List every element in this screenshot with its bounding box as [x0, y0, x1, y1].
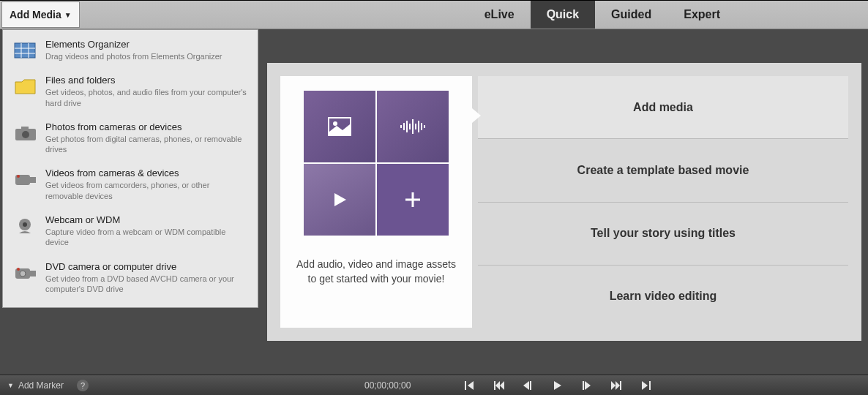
transport-controls [465, 381, 652, 390]
svg-rect-35 [649, 381, 651, 390]
svg-rect-31 [494, 381, 495, 390]
prev-clip-button[interactable] [494, 381, 506, 390]
svg-rect-32 [530, 381, 531, 390]
chevron-down-icon: ▼ [64, 11, 72, 19]
quick-options-list: Add media Create a template based movie … [472, 63, 861, 341]
thumb-audio [377, 91, 449, 162]
dropdown-item-files-folders[interactable]: Files and folders Get videos, photos, an… [3, 66, 258, 113]
svg-rect-33 [583, 381, 584, 390]
add-marker-label: Add Marker [18, 380, 64, 391]
folder-icon [13, 76, 38, 97]
dropdown-item-desc: Get photos from digital cameras, phones,… [45, 134, 247, 155]
svg-rect-9 [30, 177, 36, 183]
dropdown-item-title: DVD camera or computer drive [45, 261, 247, 272]
card-caption: Add audio, video and image assets to get… [296, 257, 456, 286]
option-learn[interactable]: Learn video editing [478, 265, 848, 328]
add-media-dropdown-button[interactable]: Add Media ▼ [1, 1, 80, 28]
svg-rect-30 [465, 381, 466, 390]
tab-expert[interactable]: Expert [667, 1, 736, 29]
play-button[interactable] [553, 381, 564, 390]
thumb-video [304, 164, 375, 236]
svg-rect-0 [15, 43, 35, 58]
help-icon[interactable]: ? [77, 380, 89, 391]
tab-quick[interactable]: Quick [531, 1, 595, 29]
camera-icon [13, 123, 38, 143]
add-media-dropdown-panel: Elements Organizer Drag videos and photo… [2, 29, 258, 308]
svg-point-12 [23, 222, 27, 227]
svg-point-15 [20, 271, 26, 276]
go-to-start-button[interactable] [465, 381, 476, 390]
playback-bar: ▼ Add Marker ? 00;00;00;00 [0, 375, 868, 395]
dropdown-item-desc: Get videos from camcorders, phones, or o… [45, 180, 247, 201]
svg-rect-34 [620, 381, 621, 390]
thumb-image [304, 91, 375, 162]
dropdown-item-desc: Get videos, photos, and audio files from… [45, 87, 247, 108]
dropdown-item-elements-organizer[interactable]: Elements Organizer Drag videos and photo… [3, 30, 258, 66]
step-back-button[interactable] [523, 381, 535, 390]
dropdown-item-title: Webcam or WDM [45, 214, 247, 225]
option-add-media[interactable]: Add media [478, 76, 848, 138]
tab-elive[interactable]: eLive [468, 1, 531, 29]
add-media-label: Add Media [10, 9, 61, 20]
svg-point-16 [17, 268, 20, 271]
dropdown-item-title: Videos from cameras & devices [45, 168, 247, 178]
thumb-add [377, 164, 449, 236]
go-to-end-button[interactable] [640, 381, 652, 390]
main-area: Elements Organizer Drag videos and photo… [0, 29, 868, 375]
top-toolbar: Add Media ▼ eLive Quick Guided Expert [0, 0, 868, 29]
quick-start-panel: Add audio, video and image assets to get… [267, 63, 861, 341]
chevron-down-icon: ▼ [7, 382, 14, 389]
dropdown-item-webcam[interactable]: Webcam or WDM Capture video from a webca… [3, 206, 258, 252]
dvd-camera-icon [13, 263, 38, 283]
add-marker-button[interactable]: ▼ Add Marker [7, 380, 64, 391]
camcorder-icon [13, 169, 38, 189]
add-media-card: Add audio, video and image assets to get… [280, 76, 472, 328]
dropdown-item-title: Elements Organizer [45, 39, 247, 50]
webcam-icon [13, 216, 38, 236]
dropdown-item-desc: Drag videos and photos from Elements Org… [45, 51, 247, 61]
dropdown-item-title: Photos from cameras or devices [45, 121, 247, 132]
dropdown-item-desc: Get video from a DVD based AVCHD camera … [45, 274, 247, 295]
media-thumbnail-grid [304, 91, 449, 236]
dropdown-item-videos-cameras[interactable]: Videos from cameras & devices Get videos… [3, 159, 258, 206]
svg-rect-7 [21, 127, 29, 129]
svg-point-6 [22, 131, 29, 138]
option-template-movie[interactable]: Create a template based movie [478, 138, 848, 201]
timecode-display: 00;00;00;00 [364, 380, 411, 391]
svg-rect-14 [30, 271, 36, 276]
svg-point-10 [17, 175, 20, 178]
step-forward-button[interactable] [582, 381, 594, 390]
dropdown-item-desc: Capture video from a webcam or WDM compa… [45, 227, 247, 248]
mode-tabs: eLive Quick Guided Expert [468, 1, 736, 29]
svg-point-18 [333, 121, 337, 126]
next-clip-button[interactable] [611, 381, 623, 390]
option-titles[interactable]: Tell your story using titles [478, 202, 848, 265]
dropdown-item-title: Files and folders [45, 75, 247, 86]
dropdown-item-dvd[interactable]: DVD camera or computer drive Get video f… [3, 252, 258, 299]
tab-guided[interactable]: Guided [595, 1, 667, 29]
dropdown-item-photos-cameras[interactable]: Photos from cameras or devices Get photo… [3, 113, 258, 159]
organizer-icon [13, 40, 38, 61]
